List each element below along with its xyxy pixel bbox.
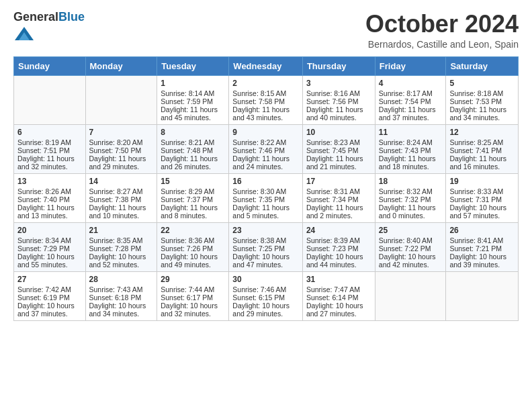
sunset-text: Sunset: 6:17 PM [161,293,225,302]
day-of-week-header: Tuesday [157,56,229,75]
sunrise-text: Sunrise: 8:41 AM [449,236,515,244]
daylight-text: Daylight: 11 hours and 37 minutes. [379,105,443,122]
calendar-cell: 13Sunrise: 8:26 AMSunset: 7:40 PMDayligh… [14,173,86,222]
day-number: 12 [449,128,515,137]
daylight-text: Daylight: 11 hours and 13 minutes. [17,203,82,220]
daylight-text: Daylight: 11 hours and 10 minutes. [89,203,154,220]
daylight-text: Daylight: 11 hours and 16 minutes. [449,154,515,171]
calendar-cell: 21Sunrise: 8:35 AMSunset: 7:28 PMDayligh… [85,222,157,271]
sunset-text: Sunset: 7:21 PM [449,244,515,253]
daylight-text: Daylight: 10 hours and 55 minutes. [17,253,82,269]
calendar-cell: 18Sunrise: 8:32 AMSunset: 7:32 PMDayligh… [375,173,446,222]
sunrise-text: Sunrise: 8:26 AM [17,187,82,195]
day-number: 22 [161,226,225,235]
daylight-text: Daylight: 11 hours and 21 minutes. [306,154,371,171]
daylight-text: Daylight: 11 hours and 34 minutes. [449,105,515,122]
daylight-text: Daylight: 10 hours and 27 minutes. [306,302,371,318]
calendar-cell: 8Sunrise: 8:21 AMSunset: 7:48 PMDaylight… [157,124,229,173]
sunrise-text: Sunrise: 8:25 AM [449,138,515,146]
calendar-cell: 23Sunrise: 8:38 AMSunset: 7:25 PMDayligh… [229,222,303,271]
sunrise-text: Sunrise: 8:36 AM [161,236,225,244]
day-number: 10 [306,128,371,137]
day-of-week-header: Monday [85,56,157,75]
day-number: 1 [161,79,225,88]
day-number: 14 [89,177,154,186]
month-title: October 2024 [365,11,519,38]
calendar-cell: 16Sunrise: 8:30 AMSunset: 7:35 PMDayligh… [229,173,303,222]
day-number: 3 [306,79,371,88]
sunset-text: Sunset: 7:31 PM [449,195,515,203]
logo: GeneralBlue [13,11,85,46]
calendar-week-row: 20Sunrise: 8:34 AMSunset: 7:29 PMDayligh… [14,222,519,271]
day-number: 17 [306,177,371,186]
sunset-text: Sunset: 7:23 PM [306,244,371,253]
calendar-cell: 12Sunrise: 8:25 AMSunset: 7:41 PMDayligh… [446,124,519,173]
sunset-text: Sunset: 7:37 PM [161,195,225,203]
calendar-cell: 17Sunrise: 8:31 AMSunset: 7:34 PMDayligh… [302,173,375,222]
calendar-cell: 19Sunrise: 8:33 AMSunset: 7:31 PMDayligh… [446,173,519,222]
daylight-text: Daylight: 10 hours and 32 minutes. [161,302,225,318]
sunset-text: Sunset: 7:38 PM [89,195,154,203]
logo-icon [15,24,34,43]
sunrise-text: Sunrise: 7:42 AM [17,285,82,293]
calendar-cell: 22Sunrise: 8:36 AMSunset: 7:26 PMDayligh… [157,222,229,271]
sunset-text: Sunset: 7:58 PM [232,97,299,105]
sunrise-text: Sunrise: 7:47 AM [306,285,371,293]
sunrise-text: Sunrise: 8:34 AM [17,236,82,244]
daylight-text: Daylight: 10 hours and 44 minutes. [306,253,371,269]
calendar-week-row: 6Sunrise: 8:19 AMSunset: 7:51 PMDaylight… [14,124,519,173]
calendar-cell: 6Sunrise: 8:19 AMSunset: 7:51 PMDaylight… [14,124,86,173]
sunset-text: Sunset: 7:22 PM [379,244,443,253]
sunset-text: Sunset: 7:59 PM [161,97,225,105]
sunrise-text: Sunrise: 8:19 AM [17,138,82,146]
sunrise-text: Sunrise: 8:18 AM [449,89,515,97]
logo-blue: Blue [58,10,85,24]
calendar-cell: 4Sunrise: 8:17 AMSunset: 7:54 PMDaylight… [375,75,446,124]
sunset-text: Sunset: 7:26 PM [161,244,225,253]
calendar-week-row: 13Sunrise: 8:26 AMSunset: 7:40 PMDayligh… [14,173,519,222]
daylight-text: Daylight: 11 hours and 32 minutes. [17,154,82,171]
calendar-cell: 31Sunrise: 7:47 AMSunset: 6:14 PMDayligh… [302,271,375,320]
sunrise-text: Sunrise: 8:40 AM [379,236,443,244]
day-of-week-header: Sunday [14,56,86,75]
daylight-text: Daylight: 11 hours and 5 minutes. [232,203,299,220]
sunset-text: Sunset: 6:19 PM [17,293,82,302]
day-number: 29 [161,275,225,284]
sunset-text: Sunset: 7:50 PM [89,146,154,154]
calendar-cell: 9Sunrise: 8:22 AMSunset: 7:46 PMDaylight… [229,124,303,173]
calendar-cell: 7Sunrise: 8:20 AMSunset: 7:50 PMDaylight… [85,124,157,173]
sunset-text: Sunset: 7:35 PM [232,195,299,203]
sunset-text: Sunset: 7:53 PM [449,97,515,105]
daylight-text: Daylight: 11 hours and 26 minutes. [161,154,225,171]
calendar-cell: 10Sunrise: 8:23 AMSunset: 7:45 PMDayligh… [302,124,375,173]
sunset-text: Sunset: 6:14 PM [306,293,371,302]
sunset-text: Sunset: 7:45 PM [306,146,371,154]
day-number: 27 [17,275,82,284]
sunrise-text: Sunrise: 8:33 AM [449,187,515,195]
daylight-text: Daylight: 11 hours and 29 minutes. [89,154,154,171]
day-number: 11 [379,128,443,137]
sunrise-text: Sunrise: 7:44 AM [161,285,225,293]
calendar-cell: 29Sunrise: 7:44 AMSunset: 6:17 PMDayligh… [157,271,229,320]
sunset-text: Sunset: 7:32 PM [379,195,443,203]
daylight-text: Daylight: 11 hours and 40 minutes. [306,105,371,122]
sunrise-text: Sunrise: 8:20 AM [89,138,154,146]
day-of-week-header: Wednesday [229,56,303,75]
daylight-text: Daylight: 10 hours and 52 minutes. [89,253,154,269]
day-number: 2 [232,79,299,88]
day-number: 4 [379,79,443,88]
sunset-text: Sunset: 7:41 PM [449,146,515,154]
day-number: 5 [449,79,515,88]
day-number: 24 [306,226,371,235]
daylight-text: Daylight: 10 hours and 57 minutes. [449,203,515,220]
day-of-week-header: Thursday [302,56,375,75]
calendar-cell: 28Sunrise: 7:43 AMSunset: 6:18 PMDayligh… [85,271,157,320]
daylight-text: Daylight: 10 hours and 42 minutes. [379,253,443,269]
calendar-cell: 2Sunrise: 8:15 AMSunset: 7:58 PMDaylight… [229,75,303,124]
day-of-week-header: Saturday [446,56,519,75]
day-number: 23 [232,226,299,235]
day-number: 7 [89,128,154,137]
daylight-text: Daylight: 10 hours and 34 minutes. [89,302,154,318]
calendar-header-row: SundayMondayTuesdayWednesdayThursdayFrid… [14,56,519,75]
sunrise-text: Sunrise: 7:43 AM [89,285,154,293]
